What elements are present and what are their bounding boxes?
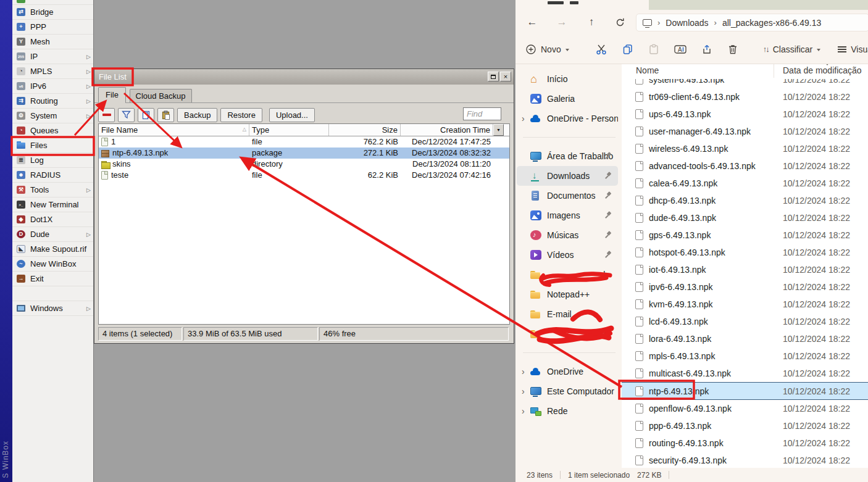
sidebar-item-ppp[interactable]: + PPP <box>12 20 93 35</box>
forward-button[interactable]: → <box>553 14 571 31</box>
sidebar-item-system[interactable]: ⚙ System ▷ <box>12 109 93 123</box>
nav-item-galeria[interactable]: Galeria <box>517 89 618 109</box>
explorer-file-row[interactable]: hotspot-6.49.13.npk 10/12/2024 18:22 <box>622 244 868 261</box>
sidebar-item-exit[interactable]: → Exit <box>12 272 93 286</box>
sidebar-item-routing[interactable]: ⇉ Routing ▷ <box>12 94 93 109</box>
explorer-file-row[interactable]: ppp-6.49.13.npk 10/12/2024 18:22 <box>622 417 868 434</box>
nav-item-imagens[interactable]: Imagens <box>517 206 618 225</box>
sidebar-item-new-terminal[interactable]: >_ New Terminal <box>12 197 93 212</box>
sidebar-item-mesh[interactable]: Y Mesh <box>12 35 93 49</box>
file-list-row[interactable]: teste file 62.2 KiB Dec/13/2024 07:42:16 <box>99 170 509 181</box>
sidebar-item-dot1x[interactable]: ◈ Dot1X <box>12 212 93 227</box>
tab-file[interactable]: File <box>98 87 126 102</box>
tab-cloud-backup[interactable]: Cloud Backup <box>130 89 192 103</box>
explorer-file-row[interactable]: routing-6.49.13.npk 10/12/2024 18:22 <box>622 434 868 452</box>
file-list-titlebar[interactable]: File List × <box>94 69 514 85</box>
explorer-file-row[interactable]: lora-6.49.13.npk 10/12/2024 18:22 <box>622 330 868 347</box>
share-button[interactable] <box>701 44 712 55</box>
column-dropdown-button[interactable]: ▼ <box>493 124 504 136</box>
sidebar-item-log[interactable]: ≣ Log <box>12 153 93 168</box>
refresh-button[interactable] <box>611 14 629 31</box>
paste-button[interactable] <box>157 108 174 122</box>
sidebar-item-radius[interactable]: ☻ RADIUS <box>12 168 93 183</box>
explorer-file-row[interactable]: calea-6.49.13.npk 10/12/2024 18:22 <box>622 175 868 192</box>
explorer-file-row[interactable]: advanced-tools-6.49.13.npk 10/12/2024 18… <box>622 157 868 175</box>
column-header-file-name[interactable]: File Name △ <box>99 124 249 136</box>
backup-button[interactable]: Backup <box>177 108 217 122</box>
sidebar-item-windows[interactable]: Windows ▷ <box>12 301 93 316</box>
nav-item-in-cio[interactable]: Início <box>517 69 618 89</box>
column-header-data-modificacao[interactable]: Data de modificação <box>783 65 862 75</box>
file-list-row[interactable]: ntp-6.49.13.npk package 272.1 KiB Dec/13… <box>99 148 509 159</box>
nav-item-este-computador[interactable]: › Este Computador <box>517 381 618 401</box>
sidebar-item-bridge[interactable]: ⇄ Bridge <box>12 5 93 20</box>
sidebar-item-tools[interactable]: ⚒ Tools ▷ <box>12 183 93 197</box>
column-header-type[interactable]: Type <box>249 124 329 136</box>
explorer-file-row[interactable]: ups-6.49.13.npk 10/12/2024 18:22 <box>622 106 868 123</box>
copy-button[interactable] <box>622 44 633 55</box>
nav-item-e-mail[interactable]: E-mail <box>517 304 618 324</box>
sidebar-item-make-supout-rif[interactable]: ◣ Make Supout.rif <box>12 242 93 257</box>
explorer-tab[interactable] <box>515 0 649 10</box>
close-button[interactable]: × <box>500 72 511 81</box>
explorer-file-row[interactable]: mpls-6.49.13.npk 10/12/2024 18:22 <box>622 347 868 365</box>
maximize-button[interactable] <box>488 72 499 81</box>
nav-item-onedrive[interactable]: › OneDrive <box>517 362 618 381</box>
up-button[interactable]: ↑ <box>582 14 601 31</box>
explorer-file-row[interactable]: lcd-6.49.13.npk 10/12/2024 18:22 <box>622 313 868 330</box>
column-header-nome[interactable]: Nome <box>636 65 659 75</box>
view-button[interactable]: Visualizar <box>838 44 868 54</box>
sidebar-item-dude[interactable]: D Dude ▷ <box>12 227 93 242</box>
nav-item-obscured[interactable]: gi <box>517 324 618 344</box>
sidebar-item-mpls[interactable]: ◔ MPLS ▷ <box>12 64 93 79</box>
explorer-file-row[interactable]: tr069-client-6.49.13.npk 10/12/2024 18:2… <box>622 88 868 106</box>
upload-button[interactable]: Upload... <box>269 108 315 122</box>
nav-item-notepad-[interactable]: Notepad++ <box>517 285 618 304</box>
cut-button[interactable] <box>595 44 607 55</box>
paste-button[interactable] <box>648 44 659 55</box>
sidebar-item-wireless[interactable]: + Wireless <box>12 0 93 5</box>
sidebar-item-ipv6[interactable]: v6 IPv6 ▷ <box>12 79 93 94</box>
sort-button[interactable]: ↑↓ Classificar <box>763 44 821 54</box>
file-list-row[interactable]: skins directory Dec/13/2024 08:11:20 <box>99 159 509 170</box>
new-button[interactable]: Novo <box>525 44 569 55</box>
explorer-file-row[interactable]: security-6.49.13.npk 10/12/2024 18:22 <box>622 452 868 468</box>
file-list-row[interactable]: 1 file 762.2 KiB Dec/12/2024 17:47:25 <box>99 136 509 148</box>
explorer-file-row[interactable]: gps-6.49.13.npk 10/12/2024 18:22 <box>622 226 868 244</box>
nav-item-m-sicas[interactable]: Músicas <box>517 225 618 245</box>
restore-button[interactable]: Restore <box>220 108 262 122</box>
explorer-file-row[interactable]: wireless-6.49.13.npk 10/12/2024 18:22 <box>622 140 868 157</box>
sidebar-item-ip[interactable]: 255 IP ▷ <box>12 49 93 64</box>
explorer-file-row[interactable]: system-6.49.13.npk 10/12/2024 18:22 <box>622 79 868 88</box>
explorer-file-row[interactable]: dhcp-6.49.13.npk 10/12/2024 18:22 <box>622 192 868 209</box>
sidebar-item-files[interactable]: Files <box>12 138 93 153</box>
nav-item-documentos[interactable]: Documentos <box>517 186 618 206</box>
explorer-file-row[interactable]: ipv6-6.49.13.npk 10/12/2024 18:22 <box>622 278 868 296</box>
nav-item-obscured[interactable]: h <box>517 265 618 285</box>
sidebar-item-queues[interactable]: ◔ Queues <box>12 123 93 138</box>
column-header-size[interactable]: Size <box>329 124 401 136</box>
remove-button[interactable] <box>98 108 115 122</box>
explorer-file-row[interactable]: ntp-6.49.13.npk 10/12/2024 18:22 <box>622 382 868 400</box>
explorer-file-row[interactable]: user-manager-6.49.13.npk 10/12/2024 18:2… <box>622 123 868 140</box>
rename-button[interactable]: A <box>674 44 686 55</box>
back-button[interactable]: ← <box>523 14 541 31</box>
column-header-creation-time[interactable]: Creation Time <box>401 124 493 136</box>
filter-button[interactable] <box>118 108 135 122</box>
nav-item--rea-de-trabalho[interactable]: Área de Trabalho <box>517 146 618 166</box>
breadcrumb-downloads[interactable]: Downloads <box>666 18 708 28</box>
sidebar-item-new-winbox[interactable]: ~ New WinBox <box>12 257 93 272</box>
delete-button[interactable] <box>727 44 738 55</box>
copy-button[interactable] <box>138 108 154 122</box>
explorer-file-row[interactable]: kvm-6.49.13.npk 10/12/2024 18:22 <box>622 296 868 313</box>
explorer-file-row[interactable]: iot-6.49.13.npk 10/12/2024 18:22 <box>622 261 868 278</box>
nav-item-onedrive-persona[interactable]: › OneDrive - Persona <box>517 109 618 128</box>
find-input[interactable] <box>463 107 501 120</box>
explorer-file-row[interactable]: dude-6.49.13.npk 10/12/2024 18:22 <box>622 209 868 226</box>
nav-item-rede[interactable]: › Rede <box>517 401 618 421</box>
nav-item-v-deos[interactable]: Vídeos <box>517 245 618 265</box>
explorer-file-row[interactable]: openflow-6.49.13.npk 10/12/2024 18:22 <box>622 400 868 417</box>
breadcrumb-folder[interactable]: all_packages-x86-6.49.13 <box>722 18 821 28</box>
explorer-file-row[interactable]: multicast-6.49.13.npk 10/12/2024 18:22 <box>622 365 868 382</box>
address-bar[interactable]: › Downloads › all_packages-x86-6.49.13 <box>636 14 868 31</box>
